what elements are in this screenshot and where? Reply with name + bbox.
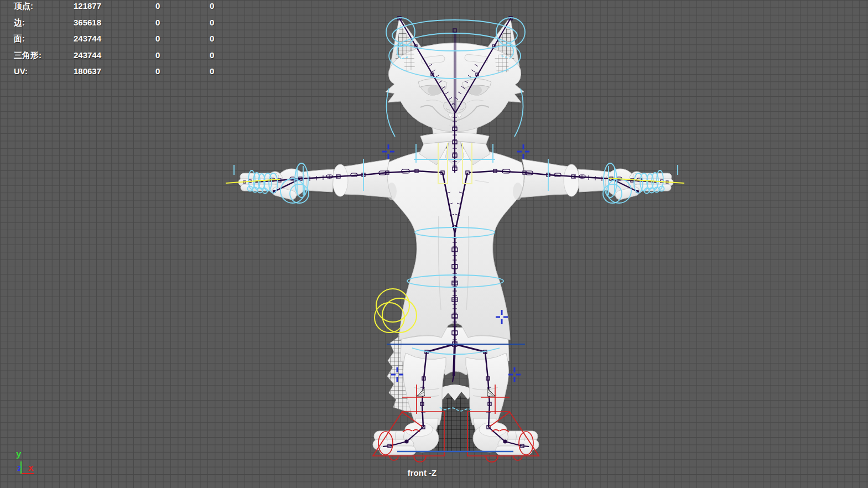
hud-value: 0 — [155, 30, 210, 47]
viewport-3d[interactable]: 顶点: 121877 0 0 边: 365618 0 0 面: 243744 0… — [0, 0, 868, 488]
hud-value: 243744 — [74, 30, 155, 47]
hud-value: 0 — [210, 47, 264, 64]
axis-y-label: y — [16, 449, 21, 459]
hud-label: 三角形: — [14, 47, 74, 64]
hud-label: 顶点: — [14, 0, 74, 14]
poly-count-hud: 顶点: 121877 0 0 边: 365618 0 0 面: 243744 0… — [0, 0, 264, 80]
plus-gizmo[interactable] — [382, 144, 394, 159]
leg-right[interactable] — [466, 350, 539, 462]
hud-value: 0 — [155, 14, 210, 31]
hud-value: 365618 — [74, 14, 155, 31]
hud-label: UV: — [14, 63, 74, 80]
axis-x-line — [22, 473, 34, 474]
hud-value: 0 — [210, 0, 264, 14]
axis-y-line — [20, 461, 22, 474]
hud-row-vertices: 顶点: 121877 0 0 — [0, 0, 264, 14]
hud-value: 0 — [155, 0, 210, 14]
iris-left — [428, 85, 441, 95]
hud-value: 121877 — [74, 0, 155, 14]
hud-row-faces: 面: 243744 0 0 — [0, 30, 264, 47]
hud-value: 0 — [210, 63, 264, 80]
hud-value: 180637 — [74, 63, 155, 80]
toe-mesh[interactable] — [380, 446, 416, 455]
hud-value: 243744 — [74, 47, 155, 64]
tail-fur-tips — [437, 385, 474, 401]
camera-label: front -Z — [402, 468, 442, 477]
axis-x-label: x — [28, 463, 33, 473]
hud-row-edges: 边: 365618 0 0 — [0, 14, 264, 31]
hud-label: 边: — [14, 14, 74, 31]
hud-value: 0 — [155, 63, 210, 80]
hud-row-uvs: UV: 180637 0 0 — [0, 63, 264, 80]
hud-value: 0 — [210, 14, 264, 31]
hud-label: 面: — [14, 30, 74, 47]
cuff-mesh — [332, 164, 348, 196]
leg-left[interactable] — [373, 350, 446, 462]
hud-value: 0 — [155, 47, 210, 64]
hud-row-triangles: 三角形: 243744 0 0 — [0, 47, 264, 64]
hud-value: 0 — [210, 30, 264, 47]
